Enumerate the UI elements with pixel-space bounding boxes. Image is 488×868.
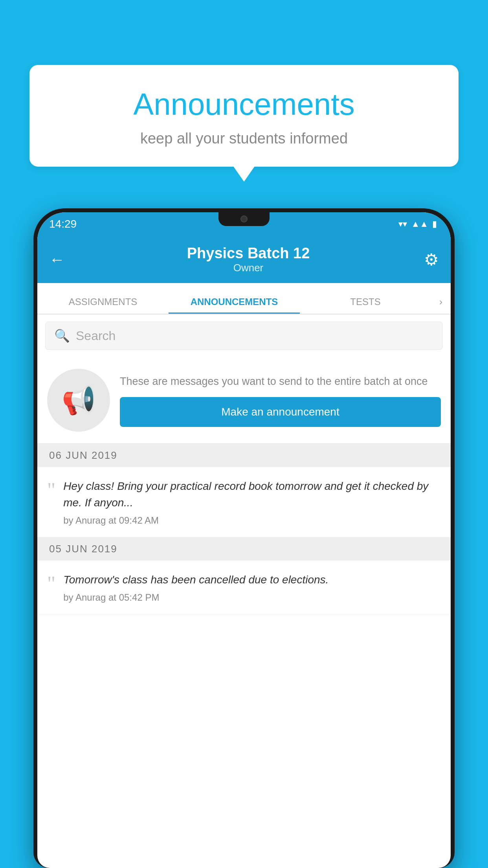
announcement-item-2[interactable]: " Tomorrow's class has been cancelled du… [37,561,451,614]
announcement-text-2: Tomorrow's class has been cancelled due … [63,572,441,588]
phone-notch [218,212,270,226]
quote-icon-2: " [47,574,55,594]
megaphone-icon: 📢 [62,384,96,416]
tab-assignments[interactable]: ASSIGNMENTS [37,296,169,314]
battery-icon: ▮ [432,219,437,229]
promo-content: These are messages you want to send to t… [120,373,441,427]
announcement-content-2: Tomorrow's class has been cancelled due … [63,572,441,603]
tab-tests[interactable]: TESTS [300,296,431,314]
date-separator-2: 05 JUN 2019 [37,537,451,561]
announcement-text-1: Hey class! Bring your practical record b… [63,478,441,511]
phone-frame: 14:29 ▾▾ ▲▲ ▮ ← Physics Batch 12 Owner ⚙… [33,208,455,868]
announcement-promo: 📢 These are messages you want to send to… [37,357,451,444]
tab-announcements[interactable]: ANNOUNCEMENTS [169,296,300,314]
announcement-content-1: Hey class! Bring your practical record b… [63,478,441,526]
status-time: 14:29 [49,218,77,230]
back-button[interactable]: ← [49,251,65,268]
app-bar-subtitle: Owner [73,262,424,274]
announcement-meta-1: by Anurag at 09:42 AM [63,515,441,526]
bubble-subtitle: keep all your students informed [53,130,435,147]
search-placeholder: Search [76,329,116,343]
speech-bubble-card: Announcements keep all your students inf… [29,65,459,167]
app-bar: ← Physics Batch 12 Owner ⚙ [37,236,451,283]
tab-more[interactable]: › [431,296,451,314]
make-announcement-button[interactable]: Make an announcement [120,397,441,427]
phone-screen: 14:29 ▾▾ ▲▲ ▮ ← Physics Batch 12 Owner ⚙… [37,212,451,868]
signal-icon: ▲▲ [411,219,428,229]
search-container: 🔍 Search [37,314,451,357]
status-icons: ▾▾ ▲▲ ▮ [398,219,437,229]
tab-bar: ASSIGNMENTS ANNOUNCEMENTS TESTS › [37,283,451,314]
bubble-title: Announcements [53,86,435,122]
app-bar-title: Physics Batch 12 [73,245,424,262]
settings-icon[interactable]: ⚙ [424,250,439,269]
search-bar[interactable]: 🔍 Search [45,322,443,350]
promo-description: These are messages you want to send to t… [120,373,441,390]
app-bar-title-section: Physics Batch 12 Owner [73,245,424,274]
announcement-meta-2: by Anurag at 05:42 PM [63,592,441,603]
date-separator-1: 06 JUN 2019 [37,444,451,467]
wifi-icon: ▾▾ [398,219,407,229]
quote-icon-1: " [47,480,55,500]
announcement-item-1[interactable]: " Hey class! Bring your practical record… [37,467,451,537]
search-icon: 🔍 [54,328,70,343]
speech-bubble-section: Announcements keep all your students inf… [29,65,459,167]
front-camera [240,215,248,223]
promo-icon-circle: 📢 [47,369,110,432]
